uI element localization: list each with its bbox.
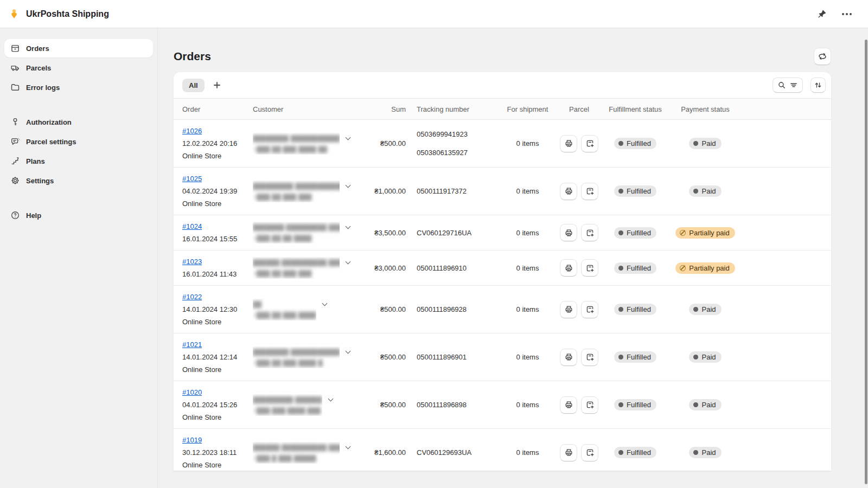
sort-button[interactable] [810,78,826,93]
chevron-down-icon[interactable] [346,182,351,188]
document-add-icon [585,139,595,148]
customer-phone-blurred: +███ ██ ███ ████ █ [253,357,340,368]
print-label-button[interactable] [560,135,577,152]
payment-cell: Paid [668,447,742,458]
fulfillment-status-label: Fulfilled [627,448,651,457]
main-content: Orders All [158,28,868,488]
print-label-button[interactable] [560,224,577,241]
search-filter-button[interactable] [773,78,803,93]
sidebar-item-settings[interactable]: Settings [4,171,153,190]
create-parcel-button[interactable] [581,301,598,318]
print-label-button[interactable] [560,259,577,277]
chat-icon [10,136,21,147]
printer-icon [564,305,573,314]
status-dot-icon [618,307,623,312]
chevron-down-icon[interactable] [346,224,351,229]
order-channel: Online Store [182,197,253,210]
fulfillment-cell: Fulfilled [602,304,668,315]
sidebar-item-orders[interactable]: Orders [4,39,153,57]
print-label-button[interactable] [560,444,577,461]
chevron-down-icon[interactable] [346,259,351,265]
payment-status-badge: Paid [689,185,721,197]
customer-name-blurred: ██████ ██████████ ███ [253,257,340,268]
column-header-fulfillment: Fulfillment status [602,105,668,113]
create-parcel-button[interactable] [581,349,598,366]
tracking-numbers: 05036999419230503806135927 [410,130,499,157]
tracking-numbers: 0500111896898 [410,400,499,409]
create-parcel-button[interactable] [581,224,598,241]
customer-phone-blurred: +███ ██ ███ ███ [253,268,340,279]
vertical-scrollbar-thumb[interactable] [865,40,867,484]
chevron-down-icon[interactable] [346,444,351,449]
order-cell: #1019 30.12.2023 18:11 Online Store [174,429,253,471]
sidebar-item-authorization[interactable]: Authorization [4,113,153,131]
table-row: #1025 04.02.2024 19:39 Online Store ████… [174,168,831,215]
fulfillment-status-label: Fulfilled [627,353,651,361]
status-dot-icon [693,307,698,312]
sidebar-item-error-logs[interactable]: Error logs [4,78,153,97]
create-parcel-button[interactable] [581,444,598,461]
sidebar-item-plans[interactable]: Plans [4,152,153,170]
orders-toolbar: All [174,72,831,98]
column-header-order: Order [174,105,253,113]
sidebar-item-label: Authorization [26,118,72,126]
payment-status-badge: Partially paid [675,227,735,239]
order-link[interactable]: #1024 [182,222,202,230]
order-channel: Online Store [182,316,253,328]
parcel-cell [556,183,602,200]
gear-icon [10,175,21,186]
print-label-button[interactable] [560,301,577,318]
tab-all[interactable]: All [182,79,205,92]
document-add-icon [585,228,595,237]
document-add-icon [585,187,595,196]
printer-icon [564,448,573,457]
sidebar-item-parcel-settings[interactable]: Parcel settings [4,132,153,151]
sidebar-item-help[interactable]: Help [4,206,153,224]
order-link[interactable]: #1025 [182,175,202,183]
print-label-button[interactable] [560,349,577,366]
customer-phone-blurred: +███ ██ ███ ████ [253,310,316,320]
parcel-cell [556,259,602,277]
payment-status-label: Paid [701,139,716,147]
add-view-button[interactable] [209,79,225,91]
tracking-number: 0500111917372 [417,187,499,196]
order-link[interactable]: #1019 [182,436,202,444]
sidebar: Orders Parcels [0,28,158,488]
order-link[interactable]: #1021 [182,341,202,349]
create-parcel-button[interactable] [581,135,598,152]
filter-icon [789,81,798,89]
print-label-button[interactable] [560,183,577,200]
sidebar-item-parcels[interactable]: Parcels [4,59,153,77]
print-label-button[interactable] [560,396,577,414]
order-link[interactable]: #1020 [182,388,202,396]
orders-card: All [174,72,831,471]
chevron-down-icon[interactable] [322,300,328,306]
folder-icon [10,82,21,93]
create-parcel-button[interactable] [581,183,598,200]
more-menu-icon[interactable] [841,12,853,16]
payment-status-badge: Paid [689,351,721,363]
order-link[interactable]: #1026 [182,127,202,135]
fulfillment-status-badge: Fulfilled [614,138,656,149]
tracking-numbers: 0500111917372 [410,187,499,196]
column-header-parcel: Parcel [556,105,602,113]
fulfillment-status-badge: Fulfilled [614,399,656,410]
refresh-button[interactable] [814,48,831,65]
customer-cell: ████████ ███████████ ██████ +███ ██ ███ … [253,133,360,155]
order-link[interactable]: #1023 [182,258,202,266]
chevron-down-icon[interactable] [346,134,351,140]
create-parcel-button[interactable] [581,396,598,414]
order-cell: #1021 14.01.2024 12:14 Online Store [174,333,253,381]
pin-icon[interactable] [816,8,828,20]
create-parcel-button[interactable] [581,259,598,277]
sum-cell: ₴3,500.00 [360,229,410,237]
customer-name-blurred: █████████ ██████ [253,394,322,405]
customer-phone-blurred: +███ ██ ███ ███ [253,191,340,202]
payment-cell: Paid [668,351,742,363]
fulfillment-cell: Fulfilled [602,138,668,149]
chevron-down-icon[interactable] [346,348,351,354]
status-dot-icon [693,450,698,455]
chevron-down-icon[interactable] [328,396,334,401]
payment-status-badge: Paid [689,447,721,458]
order-link[interactable]: #1022 [182,293,202,301]
